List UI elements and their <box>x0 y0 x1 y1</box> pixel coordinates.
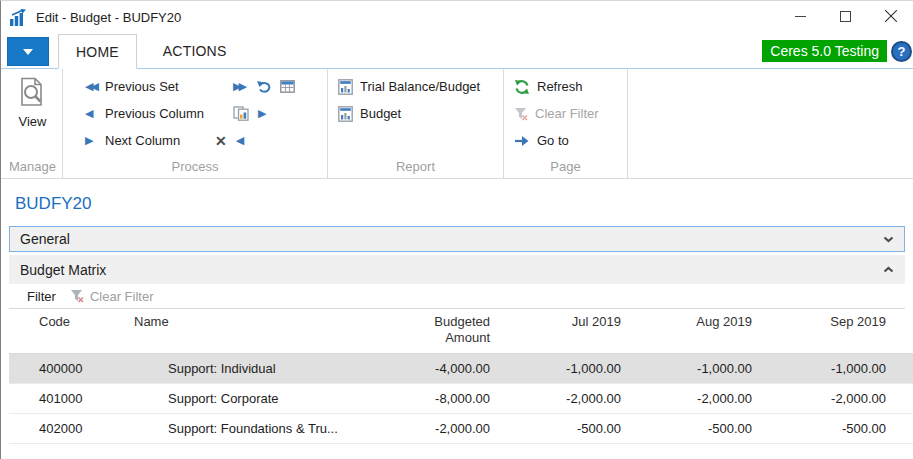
close-icon <box>885 10 897 22</box>
show-as-list-button[interactable] <box>280 80 295 93</box>
app-chart-icon <box>9 9 29 27</box>
tab-actions-label: ACTIONS <box>163 43 227 59</box>
title-bar: Edit - Budget - BUDFY20 <box>1 1 913 34</box>
column-header-name[interactable]: Name <box>119 314 369 329</box>
cell-jul-2019[interactable]: -1,000.00 <box>490 361 621 376</box>
chevron-up-icon <box>883 266 894 273</box>
view-button[interactable]: View <box>3 73 62 129</box>
fasttab-general[interactable]: General <box>9 226 905 252</box>
view-document-magnifier-icon <box>19 77 46 109</box>
refresh-label: Refresh <box>537 79 583 94</box>
column-header-jul-2019[interactable]: Jul 2019 <box>490 314 621 329</box>
chevron-down-icon <box>883 236 894 243</box>
cell-budgeted-amount[interactable]: -8,000.00 <box>369 391 490 406</box>
filter-label: Filter <box>27 289 56 304</box>
cell-name[interactable]: Support: Individual <box>119 361 369 376</box>
page-content: BUDFY20 General Budget Matrix Filter Cle… <box>1 194 913 444</box>
go-to-arrow-icon <box>514 135 530 147</box>
tab-actions[interactable]: ACTIONS <box>146 34 244 68</box>
previous-column-button[interactable]: Previous Column <box>105 106 233 121</box>
maximize-button[interactable] <box>823 1 868 31</box>
cell-sep-2019[interactable]: -500.00 <box>752 421 886 436</box>
next-column-button[interactable]: Next Column <box>105 133 233 148</box>
tab-home[interactable]: HOME <box>58 34 137 69</box>
cell-name[interactable]: Support: Foundations & Tru... <box>119 421 369 436</box>
budget-report-label: Budget <box>360 106 401 121</box>
clear-filter-icon <box>514 107 528 121</box>
table-header-row: Code Name Budgeted Amount Jul 2019 Aug 2… <box>9 309 913 354</box>
view-button-label: View <box>19 114 47 129</box>
minimize-button[interactable] <box>778 1 823 31</box>
next-column-arrow-button[interactable]: ▶ <box>258 108 266 119</box>
cell-code[interactable]: 402000 <box>9 421 119 436</box>
application-menu-button[interactable] <box>7 37 49 66</box>
group-label-page: Page <box>504 158 627 178</box>
table-row[interactable]: 400000 Support: Individual -4,000.00 -1,… <box>9 354 913 384</box>
fasttab-general-label: General <box>20 231 70 247</box>
matrix-filter-bar: Filter Clear Filter <box>9 284 905 309</box>
matrix-clear-filter-button[interactable]: Clear Filter <box>90 289 154 304</box>
help-button[interactable]: ? <box>891 41 912 62</box>
next-set-button[interactable]: ▶▶ <box>233 81 247 92</box>
budget-matrix-table: Code Name Budgeted Amount Jul 2019 Aug 2… <box>9 309 913 444</box>
previous-set-button[interactable]: Previous Set <box>105 79 233 94</box>
column-header-budgeted-amount[interactable]: Budgeted Amount <box>369 314 490 347</box>
cell-jul-2019[interactable]: -500.00 <box>490 421 621 436</box>
trial-balance-budget-button[interactable]: Trial Balance/Budget <box>328 73 503 100</box>
ribbon-group-manage: View Manage <box>3 69 63 178</box>
group-label-report: Report <box>328 158 503 178</box>
refresh-button[interactable]: Refresh <box>504 73 627 100</box>
cell-code[interactable]: 401000 <box>9 391 119 406</box>
tab-home-label: HOME <box>76 44 119 60</box>
ribbon: View Manage ◀◀ Previous Set ▶▶ <box>1 69 913 179</box>
previous-column-arrow-button[interactable]: ◀ <box>236 135 244 146</box>
ribbon-group-page: Refresh Clear Filter Go to Page <box>504 69 628 178</box>
column-header-code[interactable]: Code <box>9 314 119 329</box>
clear-filter-button-disabled[interactable]: Clear Filter <box>504 100 627 127</box>
app-window: Edit - Budget - BUDFY20 HOME ACTIONS Cer… <box>0 0 913 459</box>
fasttab-budget-matrix-label: Budget Matrix <box>20 262 106 278</box>
company-badge: Ceres 5.0 Testing <box>762 40 887 62</box>
cell-aug-2019[interactable]: -1,000.00 <box>621 361 752 376</box>
ribbon-group-process: ◀◀ Previous Set ▶▶ ◀ Prev <box>63 69 328 178</box>
cell-jul-2019[interactable]: -2,000.00 <box>490 391 621 406</box>
cell-code[interactable]: 400000 <box>9 361 119 376</box>
dropdown-arrow-icon <box>23 49 33 55</box>
delete-budget-button[interactable]: ✕ <box>215 134 227 148</box>
ribbon-group-report: Trial Balance/Budget Budget Report <box>328 69 504 178</box>
group-label-process: Process <box>63 158 327 178</box>
close-button[interactable] <box>868 1 913 31</box>
previous-set-icon: ◀◀ <box>85 81 105 92</box>
trial-balance-budget-label: Trial Balance/Budget <box>360 79 480 94</box>
previous-column-icon: ◀ <box>85 108 105 119</box>
cell-sep-2019[interactable]: -2,000.00 <box>752 391 886 406</box>
column-header-budgeted-amount-label: Budgeted Amount <box>415 314 490 347</box>
table-row[interactable]: 402000 Support: Foundations & Tru... -2,… <box>9 414 913 444</box>
fasttab-budget-matrix[interactable]: Budget Matrix <box>9 255 905 284</box>
table-row[interactable]: 401000 Support: Corporate -8,000.00 -2,0… <box>9 384 913 414</box>
cell-name[interactable]: Support: Corporate <box>119 391 369 406</box>
page-title: BUDFY20 <box>15 194 905 214</box>
go-to-button[interactable]: Go to <box>504 127 627 154</box>
cell-aug-2019[interactable]: -500.00 <box>621 421 752 436</box>
cell-sep-2019[interactable]: -1,000.00 <box>752 361 886 376</box>
column-header-sep-2019[interactable]: Sep 2019 <box>752 314 886 329</box>
budget-report-button[interactable]: Budget <box>328 100 503 127</box>
column-header-aug-2019[interactable]: Aug 2019 <box>621 314 752 329</box>
clear-filter-label: Clear Filter <box>535 106 599 121</box>
cell-budgeted-amount[interactable]: -2,000.00 <box>369 421 490 436</box>
cell-aug-2019[interactable]: -2,000.00 <box>621 391 752 406</box>
cell-budgeted-amount[interactable]: -4,000.00 <box>369 361 490 376</box>
ribbon-tab-strip: HOME ACTIONS Ceres 5.0 Testing ? <box>1 34 913 69</box>
clear-filter-icon <box>70 289 84 303</box>
group-label-manage: Manage <box>3 158 62 178</box>
maximize-icon <box>840 11 851 22</box>
go-to-label: Go to <box>537 133 569 148</box>
undo-arrow-button[interactable] <box>256 80 271 93</box>
report-icon <box>338 79 353 95</box>
copy-budget-button[interactable] <box>233 106 249 121</box>
minimize-icon <box>795 11 806 22</box>
window-controls <box>778 1 913 34</box>
window-title: Edit - Budget - BUDFY20 <box>36 10 181 25</box>
next-column-icon: ▶ <box>85 135 105 146</box>
